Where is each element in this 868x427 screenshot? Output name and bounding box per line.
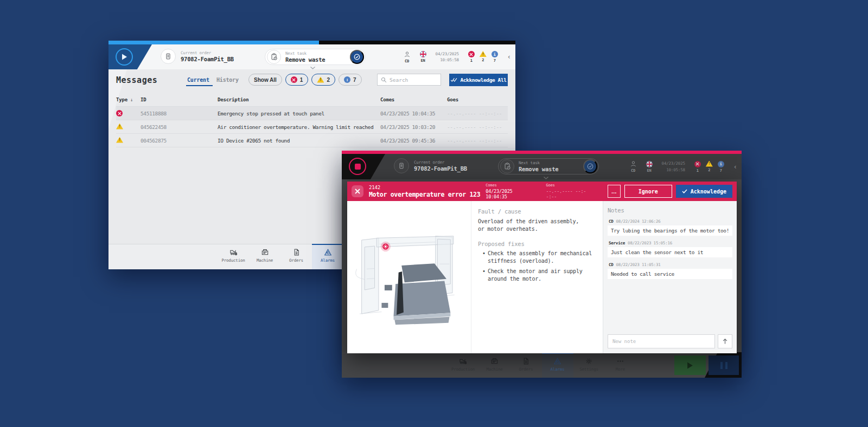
current-order[interactable]: Current order 97082-FoamPit_BB <box>161 49 234 64</box>
progress-strip <box>108 41 515 44</box>
nav-tab-production[interactable]: Production <box>448 353 479 378</box>
user-icon <box>404 51 411 58</box>
show-all-filter-button[interactable]: Show All <box>248 74 282 86</box>
nav-tab-orders[interactable]: Orders <box>280 244 312 269</box>
stop-button[interactable] <box>349 158 366 175</box>
header-collapse-chevron-icon[interactable] <box>544 177 548 179</box>
search-icon <box>381 77 387 83</box>
column-type[interactable]: Type ↓ <box>116 97 141 102</box>
machine-preview <box>347 201 471 353</box>
acknowledge-all-button[interactable]: Ackknowledge All <box>449 74 508 86</box>
collapse-status-chevron-icon[interactable]: ‹ <box>733 163 737 171</box>
table-row[interactable]: ! 004562875 IO Device #2065 not found 04… <box>116 133 508 147</box>
check-icon <box>354 54 360 60</box>
ignore-button[interactable]: Ignore <box>624 185 672 198</box>
error-filter-button[interactable]: 1 <box>285 74 309 86</box>
nav-tab-settings[interactable]: Settings <box>573 353 605 378</box>
column-goes[interactable]: Goes <box>447 97 508 102</box>
clipboard-clock-icon <box>267 50 281 64</box>
play-icon <box>122 54 127 60</box>
new-note-input[interactable] <box>608 334 715 348</box>
column-description[interactable]: Description <box>218 97 380 102</box>
tab-current[interactable]: Current <box>187 77 209 83</box>
next-task-label: Next task <box>519 160 558 165</box>
column-id[interactable]: ID <box>141 97 218 102</box>
nav-tab-alarms[interactable]: Alarms <box>312 244 343 269</box>
ellipsis-icon: … <box>611 189 617 195</box>
next-task-value: Remove waste <box>519 166 558 172</box>
search-input[interactable] <box>390 77 437 83</box>
next-task-pill[interactable]: Next task Remove waste <box>265 49 366 65</box>
check-icon <box>587 163 593 170</box>
info-icon: i <box>492 51 498 57</box>
user-button[interactable]: CD <box>630 160 637 173</box>
stop-icon <box>355 164 361 170</box>
table-row[interactable]: ! 045622458 Air conditioner overtemperat… <box>116 120 508 133</box>
close-button[interactable] <box>352 185 363 197</box>
progress-strip-fill <box>108 41 319 44</box>
alarm-count-badges[interactable]: 1 ! 2 i 7 <box>468 51 498 63</box>
table-row[interactable]: 545118888 Emergency stop pressed at touc… <box>116 106 508 120</box>
titlebar-status-area: CD EN 04/23/2025 10:05:58 1 ! 2 <box>630 154 737 179</box>
error-icon <box>116 110 123 117</box>
orders-icon <box>292 248 301 256</box>
goes-label: Goes <box>546 183 591 187</box>
alarms-icon <box>553 357 561 365</box>
alarm-count-badges[interactable]: 1 ! 2 i 7 <box>694 161 724 173</box>
user-icon <box>630 160 637 167</box>
settings-icon <box>585 357 593 365</box>
nav-tab-production[interactable]: Production <box>218 244 249 269</box>
production-icon <box>459 357 467 365</box>
nav-tab-machine[interactable]: Machine <box>249 244 280 269</box>
titlebar-dimmed: Current order 97082-FoamPit_BB Next task… <box>342 154 742 179</box>
machine-icon <box>490 357 499 365</box>
next-task-pill[interactable]: Next task Remove waste <box>498 158 599 174</box>
alarm-indicator-icon <box>381 241 391 251</box>
info-icon: i <box>718 161 724 167</box>
new-note-row <box>608 334 732 348</box>
note-timestamp: 08/22/2023 15:05:16 <box>628 241 672 245</box>
page-title: Messages <box>116 75 157 85</box>
current-order[interactable]: Current order 97082-FoamPit_BB <box>394 158 467 173</box>
note-meta: CD 08/22/2023 11:05:31 <box>609 262 731 267</box>
submit-note-button[interactable] <box>718 334 732 348</box>
nav-tab-orders[interactable]: Orders <box>510 353 542 378</box>
info-filter-button[interactable]: i 7 <box>339 74 362 86</box>
play-icon <box>687 362 693 369</box>
document-icon <box>394 158 409 173</box>
machine-3d-image <box>352 209 467 346</box>
language-code: EN <box>421 59 425 63</box>
acknowledge-button[interactable]: Acknowledge <box>676 185 732 198</box>
warning-filter-button[interactable]: ! 2 <box>311 74 335 86</box>
production-icon <box>229 248 238 256</box>
fault-text: Overload of the driven assembly, or moto… <box>478 218 581 233</box>
language-button[interactable]: EN <box>420 51 426 63</box>
current-order-value: 97082-FoamPit_BB <box>181 56 234 62</box>
collapse-status-chevron-icon[interactable]: ‹ <box>507 53 511 61</box>
nav-tab-machine[interactable]: Machine <box>479 353 510 378</box>
document-icon <box>161 49 176 64</box>
current-order-value: 97082-FoamPit_BB <box>414 165 467 172</box>
play-button[interactable] <box>116 48 133 66</box>
machine-icon <box>261 248 269 256</box>
column-comes[interactable]: Comes <box>380 97 447 102</box>
complete-task-button[interactable] <box>583 159 597 173</box>
nav-tab-more[interactable]: More <box>605 353 636 378</box>
note-text: Needed to call service <box>608 269 732 279</box>
complete-task-button[interactable] <box>350 50 364 64</box>
info-count-badge: i 7 <box>718 161 724 173</box>
note-text: Just clean the sensor next to it <box>608 247 732 257</box>
tab-history[interactable]: History <box>216 77 239 83</box>
language-button[interactable]: EN <box>646 161 653 173</box>
alarm-times: Comes 04/23/2025 10:04:35 Goes --.--.---… <box>486 183 591 199</box>
current-order-label: Current order <box>414 160 467 165</box>
alarm-detail-dialog: 2142 Motor overtemperature error 123 Com… <box>347 182 737 353</box>
titlebar: Current order 97082-FoamPit_BB Next task… <box>108 44 515 69</box>
user-button[interactable]: CD <box>404 51 411 63</box>
more-options-button[interactable]: … <box>608 185 621 198</box>
machine-start-button[interactable] <box>674 355 706 375</box>
nav-tab-alarms[interactable]: Alarms <box>542 353 573 378</box>
datetime: 04/23/2025 10:05:58 <box>436 51 459 63</box>
machine-pause-button[interactable] <box>709 355 739 375</box>
error-count-badge: 1 <box>468 51 475 63</box>
